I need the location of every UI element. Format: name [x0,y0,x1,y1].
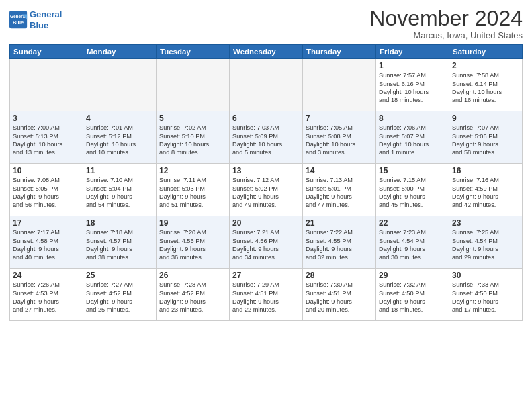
day-info: Sunrise: 7:33 AM Sunset: 4:50 PM Dayligh… [452,281,519,314]
day-info: Sunrise: 7:01 AM Sunset: 5:12 PM Dayligh… [86,124,153,157]
calendar-cell: 17Sunrise: 7:17 AM Sunset: 4:58 PM Dayli… [10,216,83,269]
day-number: 16 [452,166,519,175]
day-info: Sunrise: 7:13 AM Sunset: 5:01 PM Dayligh… [306,176,373,210]
calendar-cell: 8Sunrise: 7:06 AM Sunset: 5:07 PM Daylig… [376,111,449,164]
day-number: 5 [159,113,226,123]
calendar-week-2: 3Sunrise: 7:00 AM Sunset: 5:13 PM Daylig… [10,111,523,164]
calendar-week-1: 1Sunrise: 7:57 AM Sunset: 6:16 PM Daylig… [10,59,523,111]
day-number: 27 [232,271,300,280]
day-number: 28 [306,271,373,280]
calendar-cell: 7Sunrise: 7:05 AM Sunset: 5:08 PM Daylig… [303,111,376,164]
day-info: Sunrise: 7:21 AM Sunset: 4:56 PM Dayligh… [232,228,300,262]
day-number: 26 [159,271,226,280]
day-info: Sunrise: 7:02 AM Sunset: 5:10 PM Dayligh… [159,124,226,157]
day-info: Sunrise: 7:12 AM Sunset: 5:02 PM Dayligh… [232,176,300,210]
title-block: November 2024 Marcus, Iowa, United State… [369,7,523,40]
day-info: Sunrise: 7:16 AM Sunset: 4:59 PM Dayligh… [452,176,519,210]
day-number: 29 [379,271,446,280]
calendar-cell: 6Sunrise: 7:03 AM Sunset: 5:09 PM Daylig… [230,111,303,164]
day-info: Sunrise: 7:10 AM Sunset: 5:04 PM Dayligh… [86,176,153,210]
day-info: Sunrise: 7:27 AM Sunset: 4:52 PM Dayligh… [86,281,153,314]
day-number: 6 [232,113,300,123]
calendar-cell: 16Sunrise: 7:16 AM Sunset: 4:59 PM Dayli… [449,164,523,216]
day-info: Sunrise: 7:00 AM Sunset: 5:13 PM Dayligh… [13,124,80,157]
calendar-cell: 1Sunrise: 7:57 AM Sunset: 6:16 PM Daylig… [376,59,449,111]
day-number: 9 [452,113,519,123]
day-header-saturday: Saturday [449,45,523,59]
day-number: 30 [452,271,519,280]
day-number: 24 [13,271,80,280]
day-info: Sunrise: 7:17 AM Sunset: 4:58 PM Dayligh… [13,228,80,262]
day-header-wednesday: Wednesday [230,45,303,59]
calendar-cell: 30Sunrise: 7:33 AM Sunset: 4:50 PM Dayli… [449,269,523,321]
day-number: 18 [86,218,153,228]
day-info: Sunrise: 7:32 AM Sunset: 4:50 PM Dayligh… [379,281,446,314]
day-number: 7 [306,113,373,123]
logo-text: General Blue [30,9,62,30]
day-number: 10 [13,166,80,175]
day-header-sunday: Sunday [10,45,83,59]
calendar-cell: 13Sunrise: 7:12 AM Sunset: 5:02 PM Dayli… [230,164,303,216]
day-number: 19 [159,218,226,228]
calendar-table: SundayMondayTuesdayWednesdayThursdayFrid… [9,44,523,321]
day-header-tuesday: Tuesday [157,45,230,59]
svg-text:Blue: Blue [13,19,24,25]
location: Marcus, Iowa, United States [369,30,523,40]
day-number: 3 [13,113,80,123]
day-info: Sunrise: 7:05 AM Sunset: 5:08 PM Dayligh… [306,124,373,157]
day-header-friday: Friday [376,45,449,59]
calendar-cell: 24Sunrise: 7:26 AM Sunset: 4:53 PM Dayli… [10,269,83,321]
calendar-week-3: 10Sunrise: 7:08 AM Sunset: 5:05 PM Dayli… [10,164,523,216]
calendar-cell: 22Sunrise: 7:23 AM Sunset: 4:54 PM Dayli… [376,216,449,269]
day-number: 15 [379,166,446,175]
calendar-cell: 27Sunrise: 7:29 AM Sunset: 4:51 PM Dayli… [230,269,303,321]
calendar-cell: 25Sunrise: 7:27 AM Sunset: 4:52 PM Dayli… [83,269,157,321]
calendar-cell: 28Sunrise: 7:30 AM Sunset: 4:51 PM Dayli… [303,269,376,321]
day-number: 12 [159,166,226,175]
day-number: 2 [452,61,519,71]
calendar-cell: 21Sunrise: 7:22 AM Sunset: 4:55 PM Dayli… [303,216,376,269]
logo-icon: General Blue [9,11,28,30]
day-info: Sunrise: 7:08 AM Sunset: 5:05 PM Dayligh… [13,176,80,210]
day-info: Sunrise: 7:15 AM Sunset: 5:00 PM Dayligh… [379,176,446,210]
calendar-cell: 5Sunrise: 7:02 AM Sunset: 5:10 PM Daylig… [157,111,230,164]
calendar-page: General Blue General Blue November 2024 … [0,0,532,411]
calendar-cell: 20Sunrise: 7:21 AM Sunset: 4:56 PM Dayli… [230,216,303,269]
day-info: Sunrise: 7:20 AM Sunset: 4:56 PM Dayligh… [159,228,226,262]
day-info: Sunrise: 7:22 AM Sunset: 4:55 PM Dayligh… [306,228,373,262]
day-info: Sunrise: 7:25 AM Sunset: 4:54 PM Dayligh… [452,228,519,262]
day-number: 13 [232,166,300,175]
day-number: 25 [86,271,153,280]
day-number: 21 [306,218,373,228]
day-number: 1 [379,61,446,71]
page-header: General Blue General Blue November 2024 … [9,7,523,40]
day-info: Sunrise: 7:07 AM Sunset: 5:06 PM Dayligh… [452,124,519,157]
day-number: 22 [379,218,446,228]
calendar-week-4: 17Sunrise: 7:17 AM Sunset: 4:58 PM Dayli… [10,216,523,269]
calendar-header-row: SundayMondayTuesdayWednesdayThursdayFrid… [10,45,523,59]
day-number: 20 [232,218,300,228]
calendar-cell: 18Sunrise: 7:18 AM Sunset: 4:57 PM Dayli… [83,216,157,269]
calendar-cell [303,59,376,111]
day-info: Sunrise: 7:26 AM Sunset: 4:53 PM Dayligh… [13,281,80,314]
day-info: Sunrise: 7:23 AM Sunset: 4:54 PM Dayligh… [379,228,446,262]
day-info: Sunrise: 7:58 AM Sunset: 6:14 PM Dayligh… [452,71,519,105]
calendar-cell: 10Sunrise: 7:08 AM Sunset: 5:05 PM Dayli… [10,164,83,216]
day-info: Sunrise: 7:06 AM Sunset: 5:07 PM Dayligh… [379,124,446,157]
calendar-cell: 3Sunrise: 7:00 AM Sunset: 5:13 PM Daylig… [10,111,83,164]
day-number: 11 [86,166,153,175]
day-info: Sunrise: 7:03 AM Sunset: 5:09 PM Dayligh… [232,124,300,157]
day-number: 4 [86,113,153,123]
day-info: Sunrise: 7:29 AM Sunset: 4:51 PM Dayligh… [232,281,300,314]
logo-line2: Blue [30,20,48,30]
day-info: Sunrise: 7:30 AM Sunset: 4:51 PM Dayligh… [306,281,373,314]
calendar-cell: 2Sunrise: 7:58 AM Sunset: 6:14 PM Daylig… [449,59,523,111]
day-number: 23 [452,218,519,228]
calendar-cell: 9Sunrise: 7:07 AM Sunset: 5:06 PM Daylig… [449,111,523,164]
day-number: 8 [379,113,446,123]
calendar-cell: 26Sunrise: 7:28 AM Sunset: 4:52 PM Dayli… [157,269,230,321]
calendar-cell [83,59,157,111]
calendar-cell [157,59,230,111]
logo: General Blue General Blue [9,9,62,30]
day-header-monday: Monday [83,45,157,59]
